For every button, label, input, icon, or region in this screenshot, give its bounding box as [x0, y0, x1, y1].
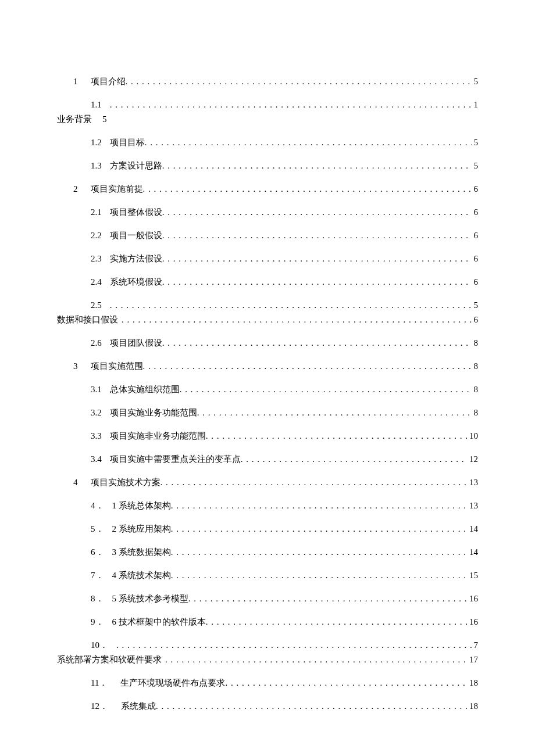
toc-title: 项目团队假设: [110, 337, 162, 349]
toc-leader: . . . . . . . . . . . . . . . . . . . . …: [145, 137, 472, 149]
toc-entry: 1.1. . . . . . . . . . . . . . . . . . .…: [57, 99, 478, 111]
toc-number: 3.3: [91, 430, 102, 442]
toc-leader: . . . . . . . . . . . . . . . . . . . . …: [171, 546, 467, 558]
toc-page-number: 14: [469, 546, 478, 558]
toc-entry: 2.6项目团队假设. . . . . . . . . . . . . . . .…: [57, 337, 478, 349]
toc-entry: 4项目实施技术方案. . . . . . . . . . . . . . . .…: [57, 476, 478, 489]
toc-title: 项目整体假设: [110, 206, 162, 218]
toc-page-number: 18: [469, 677, 478, 689]
toc-number: 1: [73, 76, 78, 88]
toc-page-number: 16: [469, 616, 478, 628]
toc-title: 项目实施范围: [91, 360, 143, 372]
toc-leader: . . . . . . . . . . . . . . . . . . . . …: [206, 616, 467, 628]
toc-entry: 2.1项目整体假设. . . . . . . . . . . . . . . .…: [57, 206, 478, 218]
toc-entry: 8．5 系统技术参考模型. . . . . . . . . . . . . . …: [57, 593, 478, 605]
toc-title: 2 系统应用架构: [112, 523, 171, 535]
toc-entry: 3.1总体实施组织范围. . . . . . . . . . . . . . .…: [57, 384, 478, 396]
toc-entry: 7．4 系统技术架构. . . . . . . . . . . . . . . …: [57, 569, 478, 582]
toc-leader: . . . . . . . . . . . . . . . . . . . . …: [241, 453, 467, 465]
toc-entry: 11．生产环境现场硬件布点要求. . . . . . . . . . . . .…: [57, 677, 478, 689]
toc-page: 1项目介绍. . . . . . . . . . . . . . . . . .…: [0, 0, 535, 756]
toc-leader: . . . . . . . . . . . . . . . . . . . . …: [162, 337, 472, 349]
toc-page-number: 8: [474, 337, 479, 349]
toc-page-number: 5: [474, 299, 479, 311]
toc-leader: . . . . . . . . . . . . . . . . . . . . …: [162, 206, 472, 218]
toc-title: 项目实施业务功能范围: [110, 407, 197, 419]
toc-entry: 1项目介绍. . . . . . . . . . . . . . . . . .…: [57, 76, 478, 88]
toc-title: 生产环境现场硬件布点要求: [120, 677, 225, 689]
toc-leader: . . . . . . . . . . . . . . . . . . . . …: [171, 569, 467, 582]
toc-title: 项目实施中需要重点关注的变革点: [110, 453, 241, 465]
toc-page-number: 13: [469, 500, 478, 512]
toc-page-number: 8: [474, 407, 479, 419]
toc-title: 系统部署方案和软硬件要求: [57, 654, 162, 666]
toc-page-number: 10: [469, 430, 478, 442]
toc-entry: 2.4系统环境假设. . . . . . . . . . . . . . . .…: [57, 276, 478, 288]
toc-leader: . . . . . . . . . . . . . . . . . . . . …: [188, 593, 467, 605]
toc-page-number: 13: [469, 476, 478, 489]
toc-title: 项目一般假设: [110, 230, 162, 242]
toc-number: 3.2: [91, 407, 102, 419]
toc-number: 1.2: [91, 137, 102, 149]
toc-number: 3.1: [91, 384, 102, 396]
toc-title: 项目实施前提: [91, 183, 143, 195]
toc-wrap-line: 数据和接口假设. . . . . . . . . . . . . . . . .…: [57, 314, 478, 326]
toc-number: 9．: [91, 616, 104, 628]
toc-title: 5 系统技术参考模型: [112, 593, 188, 605]
toc-number: 11．: [91, 677, 108, 689]
toc-page-number: 16: [469, 593, 478, 605]
toc-leader: . . . . . . . . . . . . . . . . . . . . …: [206, 430, 467, 442]
toc-leader: . . . . . . . . . . . . . . . . . . . . …: [162, 276, 472, 288]
toc-number: 2.3: [91, 253, 102, 265]
toc-page-number: 8: [474, 384, 479, 396]
toc-title: 项目介绍: [91, 76, 126, 88]
toc-leader: . . . . . . . . . . . . . . . . . . . . …: [162, 253, 472, 265]
toc-page-number: 17: [469, 654, 478, 666]
toc-entry: 2.3实施方法假设. . . . . . . . . . . . . . . .…: [57, 253, 478, 265]
toc-page-number: 12: [469, 453, 478, 465]
toc-leader: . . . . . . . . . . . . . . . . . . . . …: [156, 700, 467, 712]
toc-number: 12．: [91, 700, 108, 712]
toc-number: 5．: [91, 523, 104, 535]
toc-wrap-line: 业务背景5: [57, 113, 478, 126]
toc-leader: . . . . . . . . . . . . . . . . . . . . …: [126, 76, 472, 88]
toc-entry: 2.5. . . . . . . . . . . . . . . . . . .…: [57, 299, 478, 311]
toc-title: 方案设计思路: [110, 160, 162, 172]
toc-entry: 9．6 技术框架中的软件版本. . . . . . . . . . . . . …: [57, 616, 478, 628]
toc-number: 2.4: [91, 276, 102, 288]
toc-entry: 3.2项目实施业务功能范围. . . . . . . . . . . . . .…: [57, 407, 478, 419]
toc-page-number: 18: [469, 700, 478, 712]
toc-entry: 3.3项目实施非业务功能范围. . . . . . . . . . . . . …: [57, 430, 478, 442]
toc-title: 项目实施非业务功能范围: [110, 430, 206, 442]
toc-number: 4: [73, 476, 78, 489]
toc-page-number: 6: [474, 276, 479, 288]
toc-leader: . . . . . . . . . . . . . . . . . . . . …: [162, 160, 472, 172]
toc-leader: . . . . . . . . . . . . . . . . . . . . …: [162, 230, 472, 242]
toc-leader: . . . . . . . . . . . . . . . . . . . . …: [197, 407, 472, 419]
toc-number: 2: [73, 183, 78, 195]
toc-leader: . . . . . . . . . . . . . . . . . . . . …: [180, 384, 472, 396]
toc-title: 4 系统技术架构: [112, 569, 171, 582]
toc-entry: 2.2项目一般假设. . . . . . . . . . . . . . . .…: [57, 230, 478, 242]
toc-page-number: 5: [474, 137, 479, 149]
toc-number: 3.4: [91, 453, 102, 465]
toc-leader: . . . . . . . . . . . . . . . . . . . . …: [110, 299, 472, 311]
toc-entry: 4．1 系统总体架构. . . . . . . . . . . . . . . …: [57, 500, 478, 512]
toc-entry: 3项目实施范围. . . . . . . . . . . . . . . . .…: [57, 360, 478, 372]
toc-page-number: 5: [474, 160, 479, 172]
toc-title: 项目目标: [110, 137, 145, 149]
toc-leader: . . . . . . . . . . . . . . . . . . . . …: [110, 99, 472, 111]
toc-page-number: 7: [474, 639, 479, 651]
toc-page-number: 5: [102, 114, 107, 124]
toc-page-number: 6: [474, 206, 479, 218]
toc-number: 2.1: [91, 206, 102, 218]
toc-number: 3: [73, 360, 78, 372]
toc-title: 业务背景: [57, 114, 92, 124]
toc-leader: . . . . . . . . . . . . . . . . . . . . …: [160, 476, 468, 489]
toc-title: 总体实施组织范围: [110, 384, 180, 396]
toc-number: 2.5: [91, 299, 102, 311]
toc-title: 实施方法假设: [110, 253, 162, 265]
toc-leader: . . . . . . . . . . . . . . . . . . . . …: [143, 360, 472, 372]
toc-page-number: 5: [474, 76, 479, 88]
toc-number: 4．: [91, 500, 104, 512]
